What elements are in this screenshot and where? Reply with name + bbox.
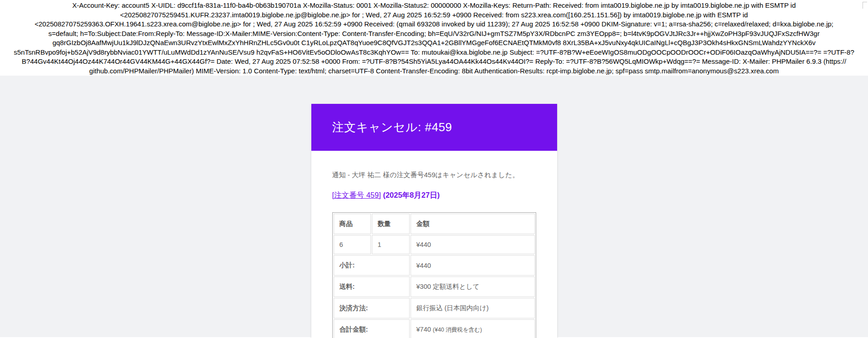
shipping-label: 送料: <box>334 277 410 297</box>
raw-header-line: s=default; h=To:Subject:Date:From:Reply-… <box>0 29 868 39</box>
raw-header-line: s5nTsnRBvpo9foj+b52AjV9d8rybbNviac01YWTT… <box>0 48 868 57</box>
column-header-product: 商品 <box>334 214 371 234</box>
tax-note: (¥40 消費税を含む) <box>433 327 482 333</box>
raw-header-line: X-Account-Key: account5 X-UIDL: d9ccf1fa… <box>0 1 868 10</box>
email-header-banner: 注文キャンセル: #459 <box>311 104 557 151</box>
shipping-value: ¥300 定額送料として <box>411 277 535 297</box>
email-content: 通知 - 大坪 祐二 様の注文番号459はキャンセルされました。 [注文番号 4… <box>311 151 557 338</box>
raw-header-line: github.com/PHPMailer/PHPMailer) MIME-Ver… <box>0 67 868 76</box>
raw-header-line: gq8rGIzbOj8AafMwjUu1kJ9lDJzQNaEwn3URvzYt… <box>0 38 868 48</box>
order-item-row: 6 1 ¥440 <box>334 235 535 254</box>
payment-method-value: 銀行振込 (日本国内向け) <box>411 298 535 318</box>
order-date: (2025年8月27日) <box>383 191 440 199</box>
item-product-cell: 6 <box>334 235 371 254</box>
payment-method-row: 決済方法: 銀行振込 (日本国内向け) <box>334 298 535 318</box>
subtotal-label: 小計: <box>334 255 410 276</box>
order-reference-line: [注文番号 459] (2025年8月27日) <box>332 190 536 200</box>
subtotal-row: 小計: ¥440 <box>334 255 535 276</box>
total-label: 合計金額: <box>334 319 410 338</box>
raw-header-line: B?44Gv44Kt44Oj44Oz44K744Or44GV44KM44G+44… <box>0 57 868 67</box>
raw-email-headers: X-Account-Key: account5 X-UIDL: d9ccf1fa… <box>0 0 868 76</box>
cancel-notice-text: 通知 - 大坪 祐二 様の注文番号459はキャンセルされました。 <box>332 171 536 179</box>
item-amount-cell: ¥440 <box>411 235 535 254</box>
order-number-link[interactable]: [注文番号 459] <box>332 191 381 199</box>
total-row: 合計金額: ¥740 (¥40 消費税を含む) <box>334 319 535 338</box>
email-card: 注文キャンセル: #459 通知 - 大坪 祐二 様の注文番号459はキャンセル… <box>311 104 557 338</box>
column-header-quantity: 数量 <box>372 214 410 234</box>
column-header-amount: 金額 <box>411 214 535 234</box>
table-header-row: 商品 数量 金額 <box>334 214 535 234</box>
raw-header-line: <20250827075259451.KUFR.23237.imta0019.b… <box>0 10 868 20</box>
item-quantity-cell: 1 <box>372 235 410 254</box>
order-items-table: 商品 数量 金額 6 1 ¥440 小計: ¥440 送料: <box>332 212 536 338</box>
payment-method-label: 決済方法: <box>334 298 410 318</box>
total-value-cell: ¥740 (¥40 消費税を含む) <box>411 319 535 338</box>
shipping-row: 送料: ¥300 定額送料として <box>334 277 535 297</box>
raw-header-line: <20250827075259363.OFXH.19641.s223.xrea.… <box>0 20 868 29</box>
subtotal-value: ¥440 <box>411 255 535 276</box>
scrollbar-top-edge[interactable] <box>863 2 867 9</box>
email-title: 注文キャンセル: #459 <box>332 119 452 135</box>
email-body-background: 注文キャンセル: #459 通知 - 大坪 祐二 様の注文番号459はキャンセル… <box>0 76 868 337</box>
total-value: ¥740 <box>416 326 431 333</box>
